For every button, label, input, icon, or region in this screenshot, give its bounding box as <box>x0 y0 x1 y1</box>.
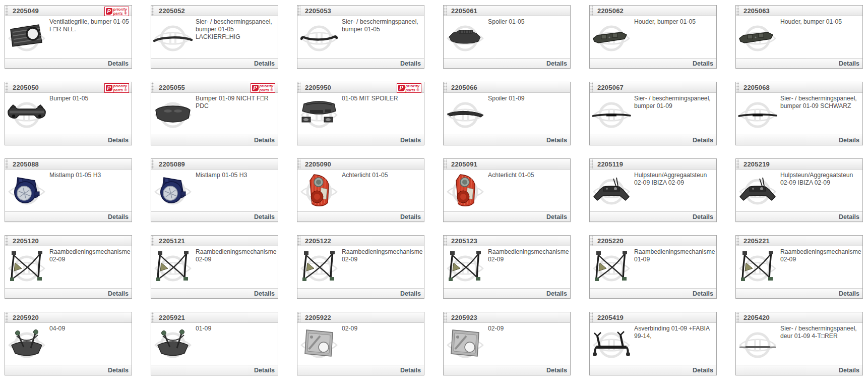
details-link[interactable]: Details <box>400 290 421 297</box>
drag-handle-icon[interactable] <box>297 82 300 92</box>
card-footer: Details <box>5 58 132 68</box>
details-link[interactable]: Details <box>693 137 713 144</box>
subframe-image <box>591 172 632 210</box>
drag-handle-icon[interactable] <box>444 312 447 322</box>
drag-handle-icon[interactable] <box>151 312 154 322</box>
drag-handle-icon[interactable] <box>297 236 300 246</box>
product-description: Raambedieningsmechanisme 02-09 <box>779 246 862 288</box>
drag-handle-icon[interactable] <box>297 159 300 169</box>
priority-parts-label: priority parts ® <box>113 84 127 92</box>
part-number: 2205055 <box>159 84 185 91</box>
card-header: 2205067 <box>590 82 716 93</box>
details-link[interactable]: Details <box>839 290 859 297</box>
product-card: 2205950 P priority parts ® 01-05 MIT SPO… <box>297 82 424 145</box>
card-header: 2205050 P priority parts ® <box>5 82 132 93</box>
details-link[interactable]: Details <box>546 60 567 67</box>
details-link[interactable]: Details <box>693 367 713 374</box>
product-image <box>151 323 195 365</box>
drag-handle-icon[interactable] <box>444 82 447 92</box>
brand-watermark-icon <box>740 334 775 357</box>
details-link[interactable]: Details <box>546 290 567 297</box>
card-header: 2205922 <box>297 312 424 323</box>
card-footer: Details <box>444 58 570 68</box>
details-link[interactable]: Details <box>254 290 275 297</box>
details-link[interactable]: Details <box>546 367 567 374</box>
drag-handle-icon[interactable] <box>736 159 739 169</box>
details-link[interactable]: Details <box>254 213 275 220</box>
drag-handle-icon[interactable] <box>151 6 154 16</box>
product-card: 2205049 P priority parts ® Ventilatiegri… <box>5 5 132 69</box>
card-body: Raambedieningsmechanisme 02-09 <box>151 246 278 288</box>
drag-handle-icon[interactable] <box>736 6 739 16</box>
drag-handle-icon[interactable] <box>151 236 154 246</box>
part-number: 2205922 <box>305 314 331 321</box>
details-link[interactable]: Details <box>254 367 275 374</box>
thin-trim-strip-image <box>591 95 632 133</box>
card-header: 2205123 <box>444 236 570 246</box>
details-link[interactable]: Details <box>839 60 859 67</box>
details-link[interactable]: Details <box>400 213 421 220</box>
priority-parts-label: priority parts ® <box>260 84 273 92</box>
drag-handle-icon[interactable] <box>736 312 739 322</box>
details-link[interactable]: Details <box>254 60 275 67</box>
details-link[interactable]: Details <box>839 137 859 144</box>
card-body: 04-09 <box>5 323 132 365</box>
drag-handle-icon[interactable] <box>736 82 739 92</box>
drag-handle-icon[interactable] <box>590 6 593 16</box>
card-footer: Details <box>590 58 716 68</box>
details-link[interactable]: Details <box>400 367 421 374</box>
drag-handle-icon[interactable] <box>151 82 154 92</box>
drag-handle-icon[interactable] <box>151 159 154 169</box>
drag-handle-icon[interactable] <box>590 159 593 169</box>
product-image <box>5 323 48 365</box>
drag-handle-icon[interactable] <box>444 159 447 169</box>
product-card: 2205068 Sier- / beschermingspaneel, bump… <box>735 82 863 145</box>
details-link[interactable]: Details <box>546 137 567 144</box>
details-link[interactable]: Details <box>254 137 275 144</box>
drag-handle-icon[interactable] <box>590 82 593 92</box>
drag-handle-icon[interactable] <box>444 236 447 246</box>
card-body: Hulpsteun/Aggregaatsteun 02-09 IBIZA 02-… <box>590 170 716 211</box>
part-number: 2205090 <box>305 160 331 168</box>
drag-handle-icon[interactable] <box>736 236 739 246</box>
details-link[interactable]: Details <box>108 213 129 220</box>
drag-handle-icon[interactable] <box>297 312 300 322</box>
details-link[interactable]: Details <box>693 213 713 220</box>
details-link[interactable]: Details <box>839 213 859 220</box>
drag-handle-icon[interactable] <box>590 236 593 246</box>
details-link[interactable]: Details <box>108 367 129 374</box>
details-link[interactable]: Details <box>108 137 129 144</box>
front-spoiler-image <box>445 18 485 57</box>
product-description: 01-09 <box>195 323 278 365</box>
window-regulator-image <box>7 248 47 287</box>
drag-handle-icon[interactable] <box>297 6 300 16</box>
drag-handle-icon[interactable] <box>5 312 8 322</box>
details-link[interactable]: Details <box>108 60 129 67</box>
part-number: 2205050 <box>13 84 39 91</box>
details-link[interactable]: Details <box>546 213 567 220</box>
details-link[interactable]: Details <box>839 367 859 374</box>
details-link[interactable]: Details <box>400 60 421 67</box>
card-footer: Details <box>151 58 278 68</box>
card-footer: Details <box>736 288 862 298</box>
card-body: Raambedieningsmechanisme 02-09 <box>297 246 424 288</box>
thin-trim-strip-image <box>737 95 778 133</box>
drag-handle-icon[interactable] <box>5 6 8 16</box>
card-footer: Details <box>5 135 132 145</box>
bumper-bracket-image <box>737 18 778 57</box>
product-image <box>736 170 779 211</box>
part-number: 2205088 <box>13 160 39 168</box>
part-number: 2205122 <box>305 237 331 245</box>
details-link[interactable]: Details <box>108 290 129 297</box>
product-image <box>444 246 487 288</box>
drag-handle-icon[interactable] <box>590 312 593 322</box>
details-link[interactable]: Details <box>693 290 713 297</box>
details-link[interactable]: Details <box>400 137 421 144</box>
details-link[interactable]: Details <box>693 60 713 67</box>
product-description: Sier- / beschermingspaneel, bumper 01-05… <box>195 16 278 58</box>
drag-handle-icon[interactable] <box>5 236 8 246</box>
drag-handle-icon[interactable] <box>5 159 8 169</box>
drag-handle-icon[interactable] <box>444 6 447 16</box>
drag-handle-icon[interactable] <box>5 82 8 92</box>
card-body: Bumper 01-09 NICHT F□R PDC <box>151 93 278 135</box>
